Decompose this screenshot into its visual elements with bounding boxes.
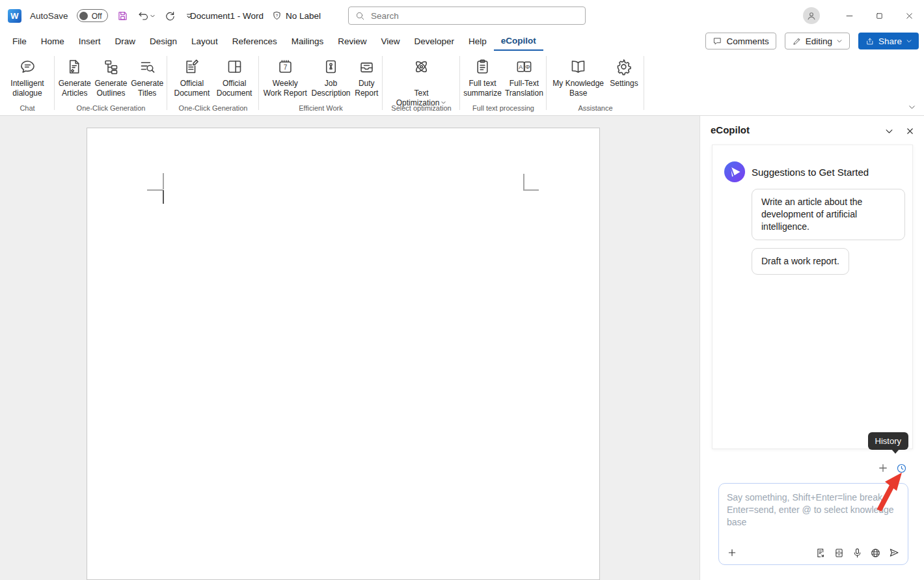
ribbon-group-one-click-generation-1: Generate Articles Generate Outlines Gene… — [55, 51, 167, 115]
group-label: Chat — [0, 104, 55, 112]
insert-to-document-button[interactable] — [815, 547, 826, 559]
send-button[interactable] — [888, 547, 900, 559]
translation-icon: A Φ — [515, 58, 533, 76]
group-label: Full text processing — [460, 104, 547, 112]
ribbon-group-select-optimization: Text Optimization Select optimization — [383, 51, 460, 115]
document-sparkle-icon — [66, 58, 83, 76]
share-icon — [865, 36, 875, 46]
ribbon-group-full-text-processing: Full text summarize A Φ Full-Text Transl… — [460, 51, 547, 115]
attach-button[interactable] — [727, 547, 737, 558]
globe-icon — [870, 547, 881, 559]
clipboard-list-icon — [474, 58, 491, 76]
tab-help[interactable]: Help — [461, 31, 494, 51]
button-label: Full text summarize — [463, 79, 502, 98]
autosave-label: AutoSave — [30, 11, 68, 21]
share-button[interactable]: Share — [858, 33, 919, 49]
outline-tree-icon — [102, 58, 120, 76]
comment-icon — [713, 36, 722, 46]
save-button[interactable] — [116, 10, 129, 22]
tab-home[interactable]: Home — [34, 31, 72, 51]
margin-mark-right-horizontal — [523, 189, 539, 191]
button-label: Intelligent dialogue — [10, 79, 44, 98]
panel-collapse-button[interactable] — [884, 126, 894, 136]
redo-button[interactable] — [164, 10, 176, 22]
group-label: One-Click Generation — [167, 104, 259, 112]
tab-mailings[interactable]: Mailings — [284, 31, 331, 51]
comments-button[interactable]: Comments — [705, 33, 776, 49]
document-pen-icon — [183, 58, 200, 76]
web-search-button[interactable] — [870, 547, 881, 559]
button-label: Official Document — [217, 79, 252, 98]
search-box[interactable] — [348, 7, 586, 25]
ribbon-group-one-click-generation-2: Official Document Official Document One-… — [167, 51, 259, 115]
collapse-ribbon-button[interactable] — [908, 103, 916, 111]
button-label: Duty Report — [355, 79, 378, 98]
shield-icon: ? — [271, 10, 282, 21]
voice-input-button[interactable] — [852, 547, 863, 559]
editing-mode-button[interactable]: Editing — [785, 33, 850, 49]
panel-title: eCopilot — [711, 124, 750, 135]
search-icon — [355, 11, 365, 21]
svg-text:?: ? — [276, 13, 279, 17]
ribbon-group-chat: Intelligent dialogue Chat — [0, 51, 55, 115]
tab-file[interactable]: File — [5, 31, 34, 51]
chevron-down-icon — [884, 126, 894, 136]
toggle-knob — [79, 12, 88, 20]
minimize-button[interactable] — [834, 0, 864, 31]
button-label: Weekly Work Report — [264, 79, 307, 98]
document-canvas-area — [0, 116, 700, 580]
chevron-down-icon — [836, 38, 843, 44]
tab-layout[interactable]: Layout — [184, 31, 225, 51]
maximize-button[interactable] — [864, 0, 894, 31]
close-window-button[interactable] — [894, 0, 924, 31]
tab-review[interactable]: Review — [331, 31, 374, 51]
button-label: Generate Articles — [59, 79, 91, 98]
button-label: Generate Titles — [131, 79, 163, 98]
button-label: Job Description — [312, 79, 351, 98]
ribbon: Intelligent dialogue Chat Generate Artic… — [0, 51, 924, 116]
search-input[interactable] — [371, 11, 566, 21]
word-app-icon: W — [8, 9, 21, 23]
pencil-icon — [792, 36, 802, 46]
comments-label: Comments — [726, 36, 768, 46]
tab-insert[interactable]: Insert — [72, 31, 108, 51]
undo-icon — [137, 10, 150, 22]
suggestion-card-report[interactable]: Draft a work report. — [752, 248, 849, 275]
account-avatar[interactable] — [803, 7, 820, 24]
svg-text:Φ: Φ — [525, 64, 530, 70]
suggestions-header: Suggestions to Get Started — [752, 167, 869, 178]
document-outline-button[interactable] — [834, 547, 845, 559]
suggestion-card-article[interactable]: Write an article about the development o… — [752, 189, 905, 240]
chevron-down-icon — [908, 103, 916, 111]
open-book-icon — [569, 58, 587, 76]
document-page[interactable] — [87, 128, 600, 580]
history-tooltip: History — [868, 432, 908, 450]
redo-icon — [164, 10, 176, 22]
button-label: My Knowledge Base — [552, 79, 604, 98]
list-search-icon — [139, 58, 156, 76]
calendar-7-icon: 7 — [277, 58, 294, 76]
tab-view[interactable]: View — [374, 31, 407, 51]
tab-ecopilot[interactable]: eCopilot — [494, 31, 543, 51]
autosave-toggle[interactable]: Off — [77, 9, 108, 22]
send-icon — [888, 547, 900, 559]
text-cursor — [163, 190, 164, 204]
tab-references[interactable]: References — [225, 31, 284, 51]
sensitivity-label-button[interactable]: ? No Label — [271, 10, 321, 21]
group-label: Select optimization — [383, 104, 460, 112]
plus-icon — [727, 547, 737, 558]
group-label: Assistance — [547, 104, 644, 112]
undo-button[interactable] — [137, 10, 156, 22]
suggestions-card: Suggestions to Get Started Write an arti… — [712, 145, 913, 449]
svg-text:A: A — [519, 64, 523, 70]
panel-close-button[interactable] — [905, 126, 915, 136]
person-icon — [806, 10, 817, 21]
menu-bar: File Home Insert Draw Design Layout Refe… — [0, 31, 924, 51]
sensitivity-label-text: No Label — [286, 11, 321, 21]
tab-design[interactable]: Design — [143, 31, 184, 51]
tab-developer[interactable]: Developer — [407, 31, 462, 51]
gear-icon — [615, 58, 632, 76]
maximize-icon — [875, 11, 884, 21]
tab-draw[interactable]: Draw — [108, 31, 143, 51]
close-icon — [904, 11, 914, 21]
